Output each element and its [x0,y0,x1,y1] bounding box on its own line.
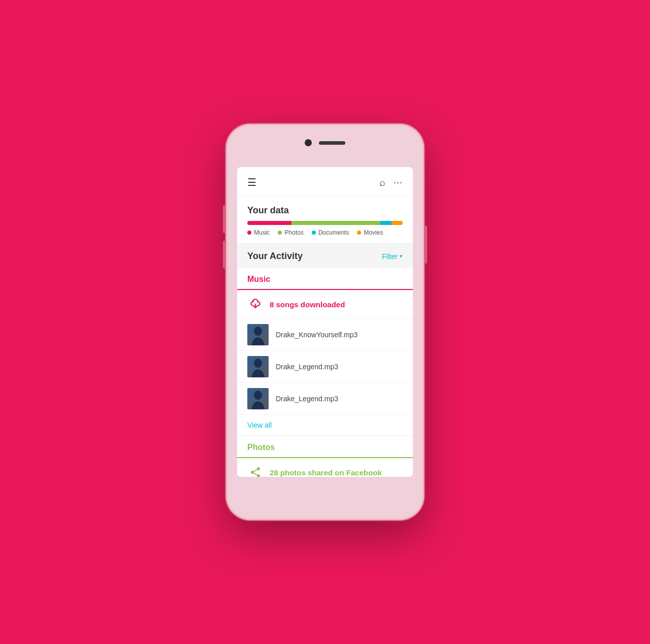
activity-header: Your Activity Filter ▾ [237,244,413,268]
album-art-2 [247,356,269,377]
music-summary-row: 8 songs downloaded [237,290,413,319]
view-all-button[interactable]: View all [237,415,413,436]
activity-title: Your Activity [247,251,303,262]
photos-category-header: Photos [237,436,413,458]
music-section: Music 8 songs downloaded [237,268,413,436]
hamburger-icon[interactable]: ☰ [247,176,256,188]
legend-label-music: Music [254,229,270,236]
song-item-1[interactable]: Drake_KnowYourself.mp3 [237,319,413,351]
svg-point-2 [254,327,262,336]
data-bar-documents [380,221,392,225]
photos-summary-row: 28 photos shared on Facebook [237,458,413,477]
album-art-1 [247,324,269,345]
phone-frame: ☰ ⌕ ··· Your data Music [226,124,424,520]
download-icon [247,296,264,312]
music-category-header: Music [237,268,413,290]
album-art-3 [247,388,269,409]
legend-dot-music [247,231,251,235]
search-icon[interactable]: ⌕ [379,177,385,188]
data-bar-photos [291,221,380,225]
svg-point-10 [251,471,254,474]
legend-label-movies: Movies [364,229,383,236]
legend-label-documents: Documents [318,229,349,236]
phone-notch [305,139,345,146]
legend-dot-movies [357,231,361,235]
svg-line-12 [254,473,257,475]
legend-dot-documents [312,231,316,235]
app-header: ☰ ⌕ ··· [237,167,413,196]
song-item-3[interactable]: Drake_Legend.mp3 [237,383,413,415]
data-legend: Music Photos Documents Movies [247,229,403,236]
speaker-bar [319,141,345,145]
more-options-icon[interactable]: ··· [394,177,403,188]
phone-wrapper: ☰ ⌕ ··· Your data Music [226,124,424,520]
svg-line-13 [254,470,257,472]
data-bar-music [247,221,291,225]
header-right: ⌕ ··· [379,177,403,188]
photos-summary-text: 28 photos shared on Facebook [270,468,382,477]
song-name-3: Drake_Legend.mp3 [276,395,338,403]
legend-music: Music [247,229,270,236]
photos-section: Photos 28 photos shared on Facebook [237,436,413,477]
svg-point-5 [254,359,262,368]
chevron-down-icon: ▾ [400,253,403,260]
legend-dot-photos [278,231,282,235]
legend-label-photos: Photos [284,229,303,236]
data-bar-movies [392,221,403,225]
music-summary-text: 8 songs downloaded [270,300,345,309]
filter-label: Filter [382,252,398,261]
filter-button[interactable]: Filter ▾ [382,252,403,261]
song-name-2: Drake_Legend.mp3 [276,363,338,371]
content-scroll[interactable]: Music 8 songs downloaded [237,268,413,477]
song-item-2[interactable]: Drake_Legend.mp3 [237,351,413,383]
share-icon [247,464,264,477]
data-bar [247,221,403,225]
legend-documents: Documents [312,229,349,236]
camera-dot [305,139,312,146]
song-name-1: Drake_KnowYourself.mp3 [276,331,358,339]
phone-screen: ☰ ⌕ ··· Your data Music [237,167,413,477]
legend-movies: Movies [357,229,383,236]
svg-point-8 [254,391,262,400]
your-data-title: Your data [247,205,403,216]
your-data-section: Your data Music Photos [237,196,413,244]
legend-photos: Photos [278,229,303,236]
svg-point-11 [257,474,260,477]
svg-point-9 [257,467,260,470]
